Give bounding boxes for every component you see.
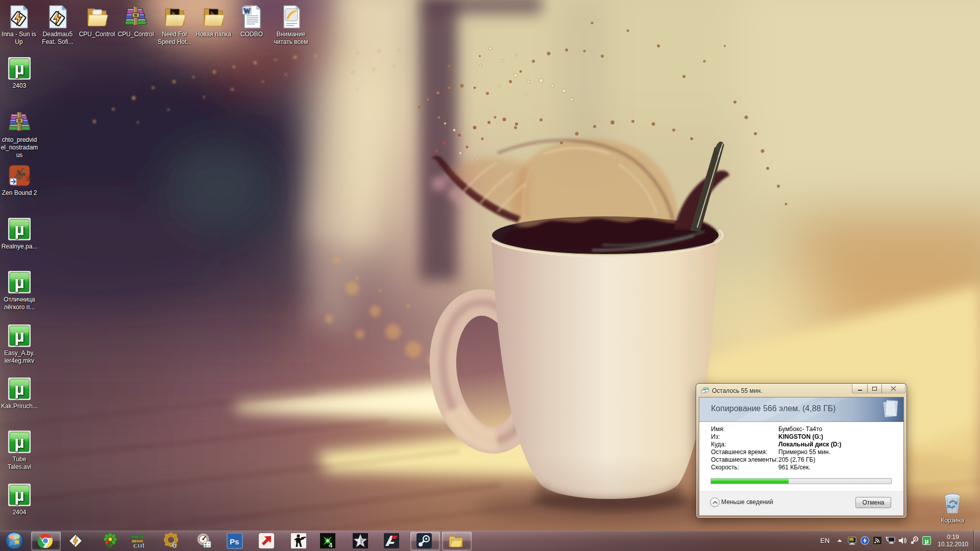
svg-text:99: 99: [850, 539, 853, 542]
svg-text:µ: µ: [925, 537, 929, 545]
